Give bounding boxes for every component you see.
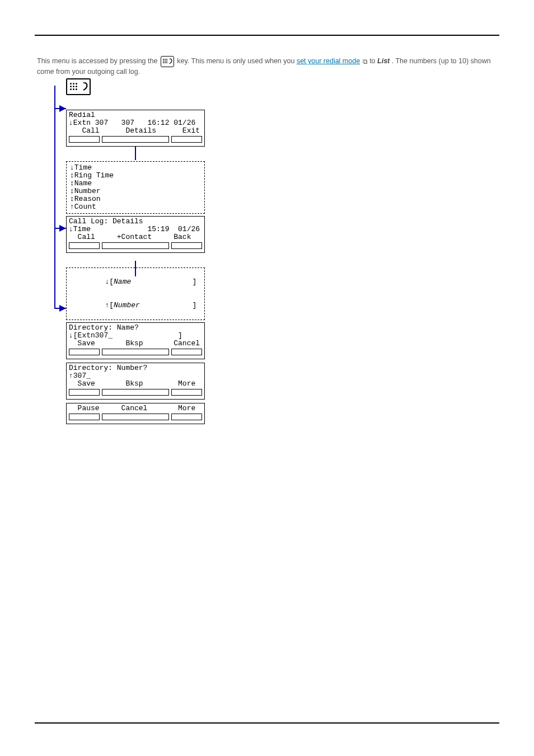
edit-number-pre: ↑[ bbox=[105, 301, 114, 309]
directory-number-bksp-button[interactable] bbox=[102, 389, 169, 396]
directory-name-softkey-buttons bbox=[69, 349, 202, 355]
intro-text-1: This menu is accessed by pressing the bbox=[37, 57, 160, 65]
edit-name-post: ] bbox=[131, 278, 196, 286]
directory-number-more-softkey-labels: Pause Cancel More bbox=[69, 405, 202, 412]
menu-flow-diagram: Redial ↓Extn 307 307 16:12 01/26 Call De… bbox=[50, 78, 213, 428]
field-number: ↕Number bbox=[70, 187, 201, 195]
intro-text-2: key. This menu is only used when you bbox=[177, 57, 297, 65]
intro-text-3: to bbox=[369, 57, 377, 65]
directory-number-save-button[interactable] bbox=[69, 389, 100, 396]
popup-link-icon: ⧉ bbox=[363, 57, 368, 66]
edit-name-placeholder: Name bbox=[114, 278, 131, 286]
field-ring-time: ↕Ring Time bbox=[70, 172, 201, 180]
call-log-call-button[interactable] bbox=[69, 242, 100, 249]
call-log-softkey-buttons bbox=[69, 242, 202, 249]
field-count: ↑Count bbox=[70, 203, 201, 211]
directory-name-value: ↓[Extn307_ ] bbox=[69, 332, 202, 340]
redial-softkey-buttons bbox=[69, 136, 202, 143]
edit-name-pre: ↓[ bbox=[105, 278, 114, 286]
edit-number-post: ] bbox=[140, 301, 196, 309]
redial-key-large-icon bbox=[66, 78, 91, 95]
directory-number-more-button[interactable] bbox=[171, 389, 202, 396]
directory-name-title: Directory: Name? bbox=[69, 324, 202, 332]
call-log-details-screen: Call Log: Details ↓Time 15:19 01/26 Call… bbox=[66, 216, 205, 253]
redial-call-button[interactable] bbox=[69, 136, 100, 143]
call-log-softkey-labels: Call +Contact Back bbox=[69, 233, 202, 241]
top-divider bbox=[35, 35, 499, 36]
directory-number-more-softkey-buttons bbox=[69, 414, 202, 420]
redial-entry: ↓Extn 307 307 16:12 01/26 bbox=[69, 119, 202, 127]
intro-bold: List bbox=[377, 57, 390, 65]
redial-screen: Redial ↓Extn 307 307 16:12 01/26 Call De… bbox=[66, 110, 205, 147]
name-number-edit-hint: ↓[Name ] ↑[Number ] bbox=[66, 267, 205, 320]
redial-exit-button[interactable] bbox=[171, 136, 202, 143]
intro-paragraph: This menu is accessed by pressing the ke… bbox=[37, 56, 497, 77]
redial-softkey-labels: Call Details Exit bbox=[69, 127, 202, 135]
directory-number-cancel-button[interactable] bbox=[102, 414, 169, 420]
field-name: ↕Name bbox=[70, 180, 201, 187]
directory-name-bksp-button[interactable] bbox=[102, 349, 169, 355]
field-reason: ↕Reason bbox=[70, 195, 201, 203]
directory-number-screen: Directory: Number? ↑307_ Save Bksp More bbox=[66, 363, 205, 400]
directory-name-cancel-button[interactable] bbox=[171, 349, 202, 355]
call-log-line: ↓Time 15:19 01/26 bbox=[69, 226, 202, 233]
directory-number-softkey-buttons bbox=[69, 389, 202, 396]
bottom-divider bbox=[35, 722, 499, 724]
redial-details-button[interactable] bbox=[102, 136, 169, 143]
redial-title: Redial bbox=[69, 111, 202, 119]
directory-number-more-screen: Pause Cancel More bbox=[66, 403, 205, 424]
directory-number-title: Directory: Number? bbox=[69, 364, 202, 372]
directory-number-softkey-labels: Save Bksp More bbox=[69, 380, 202, 388]
field-time: ↓Time bbox=[70, 164, 201, 172]
redial-key-icon bbox=[161, 56, 174, 67]
directory-number-pause-button[interactable] bbox=[69, 414, 100, 420]
directory-number-more2-button[interactable] bbox=[171, 414, 202, 420]
edit-number-placeholder: Number bbox=[114, 301, 140, 309]
details-field-list: ↓Time ↕Ring Time ↕Name ↕Number ↕Reason ↑… bbox=[66, 161, 205, 214]
call-log-add-contact-button[interactable] bbox=[102, 242, 169, 249]
call-log-title: Call Log: Details bbox=[69, 218, 202, 226]
call-log-back-button[interactable] bbox=[171, 242, 202, 249]
directory-name-save-button[interactable] bbox=[69, 349, 100, 355]
directory-name-softkey-labels: Save Bksp Cancel bbox=[69, 340, 202, 348]
directory-name-screen: Directory: Name? ↓[Extn307_ ] Save Bksp … bbox=[66, 322, 205, 359]
set-redial-mode-link[interactable]: set your redial mode bbox=[297, 57, 360, 65]
directory-number-value: ↑307_ bbox=[69, 372, 202, 380]
